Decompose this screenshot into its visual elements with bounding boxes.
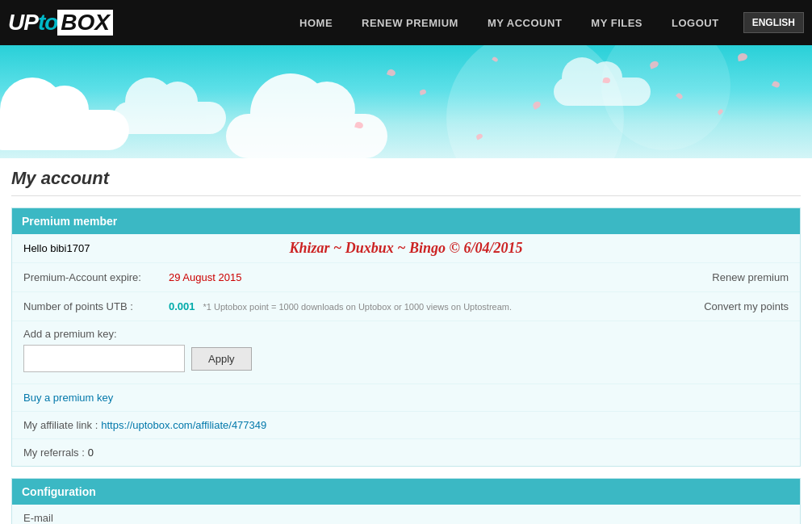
config-section-body: E-mail xyxy=(12,505,800,524)
config-section: Configuration E-mail xyxy=(11,478,801,524)
referrals-label: My referrals : xyxy=(23,446,85,459)
points-label: Number of points UTB : xyxy=(23,300,169,312)
renew-premium-link[interactable]: Renew premium xyxy=(712,271,789,283)
referrals-count: 0 xyxy=(88,446,94,459)
logo-to: to xyxy=(38,10,57,36)
affiliate-row: My affiliate link : https://uptobox.com/… xyxy=(12,412,800,439)
buy-key-link[interactable]: Buy a premium key xyxy=(23,392,113,404)
buy-key-row: Buy a premium key xyxy=(12,384,800,412)
key-input-row: Apply xyxy=(23,345,789,372)
petal-8 xyxy=(737,52,747,61)
nav-my-files[interactable]: MY FILES xyxy=(576,0,657,45)
premium-key-label: Add a premium key: xyxy=(23,328,789,340)
cloud-1 xyxy=(0,110,129,150)
apply-button[interactable]: Apply xyxy=(191,347,252,371)
nav-renew-premium[interactable]: RENEW PREMIUM xyxy=(347,0,473,45)
config-section-header: Configuration xyxy=(12,479,800,505)
petal-2 xyxy=(419,89,426,95)
hello-row: Hello bibi1707 Khizar ~ Duxbux ~ Bingo ©… xyxy=(12,234,800,263)
logo-up: UP xyxy=(8,10,38,36)
premium-key-row: Add a premium key: Apply xyxy=(12,321,800,384)
expire-label: Premium-Account expire: xyxy=(23,271,169,283)
nav-home[interactable]: HOME xyxy=(285,0,347,45)
cloud-2 xyxy=(113,102,226,134)
watermark-text: Khizar ~ Duxbux ~ Bingo © 6/04/2015 xyxy=(289,240,522,257)
page-title: My account xyxy=(11,158,801,196)
logo-box: BOX xyxy=(57,10,113,36)
expire-date: 29 August 2015 xyxy=(169,271,241,283)
email-label: E-mail xyxy=(23,512,169,524)
premium-section: Premium member Hello bibi1707 Khizar ~ D… xyxy=(11,208,801,467)
points-note: *1 Uptobox point = 1000 downloads on Upt… xyxy=(203,302,513,312)
petal-1 xyxy=(387,69,396,78)
email-row: E-mail xyxy=(12,505,800,524)
logo: UPtoBOX xyxy=(8,10,113,36)
petal-9 xyxy=(772,80,781,88)
points-value: 0.001 xyxy=(169,300,195,312)
affiliate-url[interactable]: https://uptobox.com/affiliate/477349 xyxy=(101,419,266,431)
points-row: Number of points UTB : 0.001 *1 Uptobox … xyxy=(12,292,800,321)
navbar: UPtoBOX HOME RENEW PREMIUM MY ACCOUNT MY… xyxy=(0,0,812,45)
nav-my-account[interactable]: MY ACCOUNT xyxy=(473,0,576,45)
premium-section-header: Premium member xyxy=(12,208,800,234)
affiliate-label: My affiliate link : xyxy=(23,419,98,431)
hello-text: Hello bibi1707 xyxy=(23,242,90,254)
main-content: My account Premium member Hello bibi1707… xyxy=(0,158,812,524)
hero-banner xyxy=(0,45,812,158)
convert-points-link[interactable]: Convert my points xyxy=(704,300,789,312)
referrals-row: My referrals : 0 xyxy=(12,439,800,466)
expire-row: Premium-Account expire: 29 August 2015 R… xyxy=(12,263,800,292)
cloud-3 xyxy=(226,114,387,158)
nav-logout[interactable]: LOGOUT xyxy=(657,0,734,45)
premium-key-input[interactable] xyxy=(23,345,185,372)
language-button[interactable]: ENGLISH xyxy=(743,12,804,33)
nav-links: HOME RENEW PREMIUM MY ACCOUNT MY FILES L… xyxy=(285,0,804,45)
premium-section-body: Hello bibi1707 Khizar ~ Duxbux ~ Bingo ©… xyxy=(12,234,800,466)
